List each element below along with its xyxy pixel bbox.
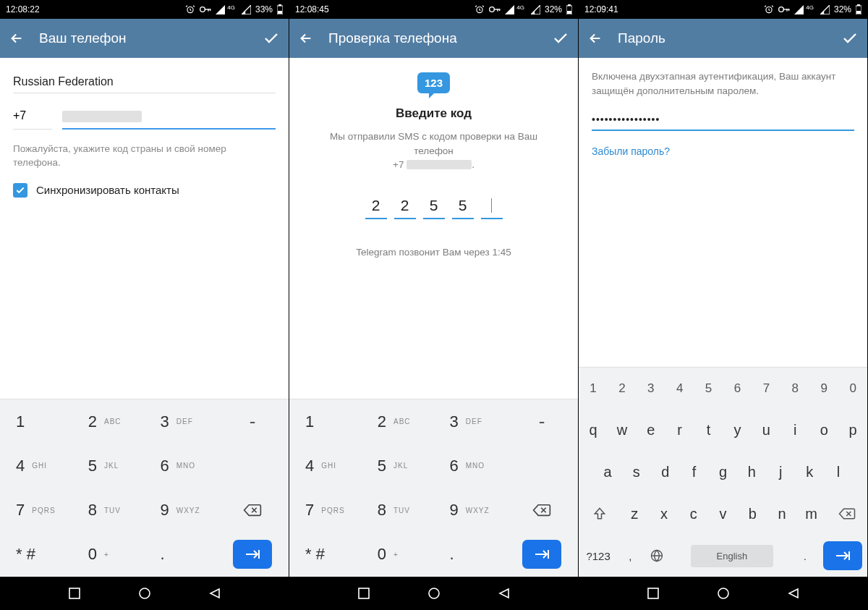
key-6[interactable]: 6MNO <box>434 444 506 488</box>
key-star-hash[interactable]: * # <box>289 533 362 577</box>
nav-recent-icon[interactable] <box>647 588 659 599</box>
key-w[interactable]: w <box>608 410 637 452</box>
key-dash[interactable]: - <box>506 399 578 444</box>
key-c[interactable]: c <box>678 493 708 535</box>
key-i[interactable]: i <box>780 410 809 452</box>
key-0[interactable]: 0 <box>838 368 867 410</box>
code-digit-5[interactable] <box>481 197 503 219</box>
nav-home-icon[interactable] <box>138 587 151 600</box>
key-y[interactable]: y <box>723 410 752 452</box>
key-enter[interactable] <box>506 533 578 577</box>
key-z[interactable]: z <box>620 493 650 535</box>
key-backspace[interactable] <box>506 488 578 533</box>
key-enter[interactable] <box>817 535 867 577</box>
key-m[interactable]: m <box>796 493 826 535</box>
code-digit-3[interactable]: 5 <box>423 197 445 219</box>
key-backspace[interactable] <box>216 488 289 533</box>
key-k[interactable]: k <box>795 452 824 493</box>
key-8[interactable]: 8 <box>780 368 809 410</box>
back-button[interactable] <box>9 30 25 46</box>
nav-home-icon[interactable] <box>717 587 730 600</box>
key-3[interactable]: 3DEF <box>434 399 506 444</box>
key-u[interactable]: u <box>752 410 780 452</box>
key-n[interactable]: n <box>767 493 797 535</box>
key-9[interactable]: 9WXYZ <box>434 488 506 533</box>
key-5[interactable]: 5JKL <box>72 444 145 488</box>
key-dash[interactable]: - <box>216 399 289 444</box>
key-comma[interactable]: , <box>618 535 642 577</box>
key-1[interactable]: 1 <box>0 399 72 444</box>
key-5[interactable]: 5 <box>694 368 723 410</box>
key-q[interactable]: q <box>579 410 608 452</box>
nav-back-icon[interactable] <box>498 588 510 599</box>
key-6[interactable]: 6MNO <box>145 444 217 488</box>
key-e[interactable]: e <box>637 410 665 452</box>
key-9[interactable]: 9 <box>809 368 838 410</box>
key-f[interactable]: f <box>680 452 709 493</box>
key-1[interactable]: 1 <box>289 399 362 444</box>
nav-recent-icon[interactable] <box>69 588 80 599</box>
nav-home-icon[interactable] <box>427 587 441 600</box>
key-2[interactable]: 2ABC <box>72 399 145 444</box>
confirm-button[interactable] <box>263 30 280 47</box>
key-language[interactable] <box>643 535 671 577</box>
key-j[interactable]: j <box>766 452 795 493</box>
key-4[interactable]: 4GHI <box>0 444 72 488</box>
key-7[interactable]: 7PQRS <box>0 488 72 533</box>
phone-number-input[interactable] <box>62 103 276 130</box>
key-8[interactable]: 8TUV <box>362 488 434 533</box>
key-p[interactable]: p <box>838 410 867 452</box>
key-dot[interactable]: . <box>145 533 217 577</box>
key-7[interactable]: 7PQRS <box>289 488 362 533</box>
key-shift[interactable] <box>579 493 620 535</box>
key-3[interactable]: 3 <box>637 368 665 410</box>
nav-recent-icon[interactable] <box>358 588 370 599</box>
key-8[interactable]: 8TUV <box>72 488 145 533</box>
key-4[interactable]: 4 <box>665 368 694 410</box>
key-6[interactable]: 6 <box>723 368 752 410</box>
key-4[interactable]: 4GHI <box>289 444 362 488</box>
key-d[interactable]: d <box>651 452 680 493</box>
key-b[interactable]: b <box>738 493 767 535</box>
key-l[interactable]: l <box>824 452 853 493</box>
confirm-button[interactable] <box>552 30 569 47</box>
key-2[interactable]: 2ABC <box>362 399 434 444</box>
key-7[interactable]: 7 <box>752 368 780 410</box>
back-button[interactable] <box>298 30 314 46</box>
code-input-row[interactable]: 2 2 5 5 <box>302 197 565 219</box>
password-input[interactable]: •••••••••••••••• <box>592 114 854 131</box>
key-3[interactable]: 3DEF <box>145 399 217 444</box>
country-selector[interactable]: Russian Federation <box>13 68 276 93</box>
key-2[interactable]: 2 <box>608 368 637 410</box>
code-digit-2[interactable]: 2 <box>394 197 416 219</box>
nav-back-icon[interactable] <box>209 588 221 599</box>
forgot-password-link[interactable]: Забыли пароль? <box>592 145 854 157</box>
back-button[interactable] <box>587 30 603 46</box>
nav-back-icon[interactable] <box>788 588 799 599</box>
key-backspace[interactable] <box>826 493 867 535</box>
sync-contacts-row[interactable]: Синхронизировать контакты <box>13 183 276 198</box>
key-enter[interactable] <box>216 533 289 577</box>
key-0[interactable]: 0+ <box>72 533 145 577</box>
key-star-hash[interactable]: * # <box>0 533 72 577</box>
key-dot[interactable]: . <box>434 533 506 577</box>
key-x[interactable]: x <box>650 493 679 535</box>
key-1[interactable]: 1 <box>579 368 608 410</box>
code-digit-1[interactable]: 2 <box>365 197 387 219</box>
key-g[interactable]: g <box>709 452 738 493</box>
key-5[interactable]: 5JKL <box>362 444 434 488</box>
key-t[interactable]: t <box>694 410 723 452</box>
key-dot[interactable]: . <box>793 535 817 577</box>
key-space[interactable]: English <box>671 535 792 577</box>
key-r[interactable]: r <box>665 410 694 452</box>
sync-checkbox[interactable] <box>13 183 27 198</box>
key-a[interactable]: a <box>593 452 622 493</box>
key-h[interactable]: h <box>737 452 766 493</box>
code-digit-4[interactable]: 5 <box>452 197 474 219</box>
confirm-button[interactable] <box>841 30 859 47</box>
country-code-input[interactable]: +7 <box>13 103 52 130</box>
key-s[interactable]: s <box>622 452 651 493</box>
key-9[interactable]: 9WXYZ <box>145 488 217 533</box>
key-v[interactable]: v <box>708 493 738 535</box>
key-symbols[interactable]: ?123 <box>579 535 618 577</box>
